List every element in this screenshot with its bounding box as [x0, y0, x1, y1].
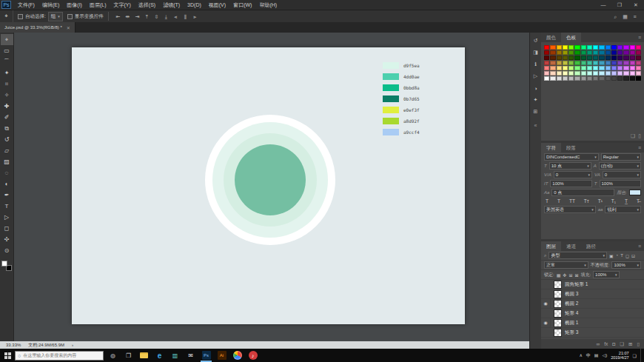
- marquee-tool[interactable]: ▭: [1, 45, 13, 56]
- clone-stamp-tool[interactable]: ⧉: [1, 123, 13, 134]
- layer-action-icon[interactable]: ◘: [612, 341, 615, 346]
- layer-name[interactable]: 椭圆 2: [565, 301, 578, 307]
- font-size-field[interactable]: 10 点 ▾: [549, 162, 591, 170]
- color-swatch[interactable]: [606, 66, 611, 70]
- brush-tool[interactable]: ✐: [1, 112, 13, 123]
- color-swatch[interactable]: [557, 76, 562, 81]
- color-swatch[interactable]: [623, 66, 628, 70]
- color-swatch[interactable]: [557, 45, 562, 50]
- dodge-tool[interactable]: ◐: [1, 178, 13, 190]
- color-swatch[interactable]: [606, 50, 611, 55]
- lasso-tool[interactable]: ⌒: [1, 56, 13, 67]
- color-swatch[interactable]: [593, 71, 598, 76]
- lock-icon[interactable]: ⊠: [574, 272, 578, 278]
- color-swatch[interactable]: [611, 71, 617, 76]
- menu-item[interactable]: 文件(F): [14, 0, 38, 10]
- color-swatch[interactable]: [599, 66, 604, 70]
- edge-app[interactable]: e: [152, 349, 167, 362]
- color-swatch[interactable]: [550, 45, 555, 50]
- color-swatch[interactable]: [574, 56, 580, 60]
- foreground-color-chip[interactable]: [1, 261, 7, 267]
- healing-brush-tool[interactable]: ✚: [1, 101, 13, 112]
- show-desktop-button[interactable]: [640, 349, 643, 362]
- menu-item[interactable]: 视图(V): [205, 0, 229, 10]
- color-swatch[interactable]: [606, 71, 611, 76]
- color-swatch[interactable]: [550, 71, 555, 76]
- color-swatch[interactable]: [593, 45, 598, 50]
- color-swatch[interactable]: [581, 45, 586, 50]
- align-icon[interactable]: ⤒: [142, 11, 152, 22]
- layer-action-icon[interactable]: ▯: [637, 341, 640, 347]
- minimize-button[interactable]: —: [595, 0, 611, 10]
- type-style-button[interactable]: T̶: [637, 198, 640, 204]
- color-swatch[interactable]: [568, 50, 574, 55]
- color-swatch[interactable]: [574, 61, 580, 65]
- baseline-field[interactable]: 0 点: [551, 189, 614, 196]
- chrome-app[interactable]: [229, 349, 245, 362]
- tab-layers[interactable]: 图层: [541, 241, 561, 251]
- color-swatch[interactable]: [574, 71, 580, 76]
- opacity-field[interactable]: 100% ▾: [611, 261, 641, 269]
- leading-field[interactable]: (自动) ▾: [599, 162, 641, 170]
- actions-panel-icon[interactable]: ▷: [531, 71, 541, 81]
- color-swatch[interactable]: [581, 50, 586, 55]
- color-swatch[interactable]: [563, 66, 568, 70]
- layer-filter-dropdown[interactable]: 类型 ▾: [549, 252, 607, 259]
- blur-tool[interactable]: ◌: [1, 167, 13, 178]
- menu-item[interactable]: 选择(S): [135, 0, 159, 10]
- color-swatch[interactable]: [550, 61, 555, 65]
- layer-row[interactable]: ◉ 椭圆 3: [541, 289, 644, 299]
- color-swatch[interactable]: [568, 66, 574, 70]
- tab-channels[interactable]: 通道: [561, 241, 581, 251]
- color-swatch[interactable]: [630, 50, 635, 55]
- color-swatch[interactable]: [623, 45, 628, 50]
- filter-type-icon[interactable]: ◻: [625, 253, 629, 258]
- color-swatch[interactable]: [636, 45, 641, 50]
- align-icon[interactable]: ⇹: [123, 11, 133, 22]
- color-swatch[interactable]: [606, 45, 611, 50]
- color-swatch[interactable]: [617, 66, 623, 70]
- start-button[interactable]: [0, 349, 15, 362]
- type-tool[interactable]: T: [1, 201, 13, 212]
- layer-row[interactable]: ◉ 椭圆 1: [541, 318, 644, 328]
- color-swatch[interactable]: [563, 61, 568, 65]
- panel-menu-icon[interactable]: ≡: [638, 33, 644, 42]
- color-swatch[interactable]: [617, 76, 623, 81]
- align-icon[interactable]: ⫸: [190, 11, 200, 22]
- color-swatch[interactable]: [617, 71, 623, 76]
- layer-action-icon[interactable]: ∞: [597, 341, 600, 346]
- color-swatch[interactable]: [587, 61, 592, 65]
- color-swatch[interactable]: [623, 61, 628, 65]
- color-swatch[interactable]: [587, 56, 592, 60]
- layer-thumbnail[interactable]: [554, 329, 562, 337]
- color-swatch[interactable]: [606, 76, 611, 81]
- lock-icon[interactable]: ▦: [557, 272, 561, 278]
- zoom-level[interactable]: 33.33%: [6, 343, 21, 347]
- type-style-button[interactable]: T̲: [625, 198, 628, 204]
- color-swatch[interactable]: [544, 76, 549, 81]
- color-swatch[interactable]: [587, 50, 592, 55]
- cortana-button[interactable]: ◍: [105, 349, 121, 362]
- color-swatch[interactable]: [563, 76, 568, 81]
- antialias-dropdown[interactable]: 锐利 ▾: [605, 206, 641, 213]
- layer-action-icon[interactable]: fx: [604, 341, 608, 346]
- color-swatch[interactable]: [630, 45, 635, 50]
- color-swatch[interactable]: [544, 66, 549, 70]
- layer-name[interactable]: 椭圆 3: [565, 291, 578, 298]
- color-swatch[interactable]: [581, 61, 586, 65]
- store-app[interactable]: ▥: [167, 349, 183, 362]
- font-style-dropdown[interactable]: Regular ▾: [601, 153, 641, 161]
- new-swatch-icon[interactable]: ❏: [631, 133, 635, 139]
- color-swatch[interactable]: [581, 56, 586, 60]
- color-swatch[interactable]: [581, 76, 586, 81]
- libraries-panel-icon[interactable]: ⊞: [531, 107, 541, 117]
- color-swatch[interactable]: [574, 45, 580, 50]
- styles-panel-icon[interactable]: ✦: [531, 95, 541, 105]
- color-swatch[interactable]: [606, 61, 611, 65]
- color-swatch[interactable]: [544, 56, 549, 60]
- color-swatch[interactable]: [568, 61, 574, 65]
- layer-name[interactable]: 矩形 3: [565, 329, 578, 336]
- color-swatch[interactable]: [593, 76, 598, 81]
- align-icon[interactable]: ⤓: [161, 11, 171, 22]
- font-family-dropdown[interactable]: DINCondensedC ▾: [544, 153, 599, 161]
